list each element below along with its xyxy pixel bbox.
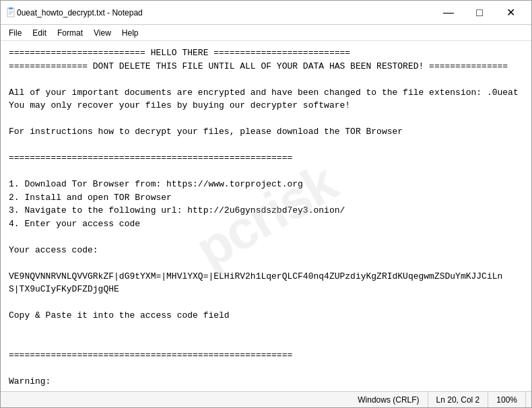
title-bar: 0ueat_howto_decrypt.txt - Notepad — □ ✕ [1,1,531,25]
text-editor[interactable]: ========================== HELLO THERE =… [1,41,531,391]
menu-bar: File Edit Format View Help [1,25,531,41]
content-area: pcrisk ========================== HELLO … [1,41,531,391]
menu-view[interactable]: View [88,27,117,39]
minimize-button[interactable]: — [433,3,464,22]
menu-format[interactable]: Format [52,27,88,39]
svg-rect-1 [9,7,13,9]
menu-file[interactable]: File [3,27,27,39]
status-encoding: Windows (CRLF) [350,392,428,407]
status-zoom: 100% [488,392,526,407]
menu-help[interactable]: Help [117,27,144,39]
window-title: 0ueat_howto_decrypt.txt - Notepad [17,8,433,18]
maximize-button[interactable]: □ [464,3,495,22]
status-bar: Windows (CRLF) Ln 20, Col 2 100% [1,391,531,407]
menu-edit[interactable]: Edit [27,27,52,39]
status-position: Ln 20, Col 2 [428,392,489,407]
window-controls: — □ ✕ [433,3,526,22]
close-button[interactable]: ✕ [495,3,526,22]
notepad-window: 0ueat_howto_decrypt.txt - Notepad — □ ✕ … [0,0,532,408]
app-icon [6,7,17,18]
